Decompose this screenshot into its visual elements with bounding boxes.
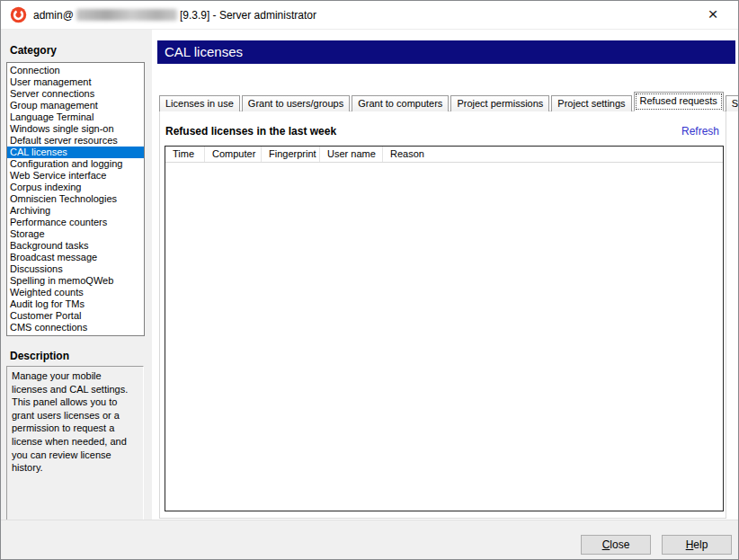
refused-licenses-table: TimeComputerFingerprintUser nameReason bbox=[165, 146, 724, 511]
close-button[interactable]: Close bbox=[581, 535, 651, 555]
category-item-cal-licenses[interactable]: CAL licenses bbox=[7, 147, 144, 158]
category-item-weighted-counts[interactable]: Weighted counts bbox=[7, 287, 144, 298]
category-item-default-server-resources[interactable]: Default server resources bbox=[7, 135, 144, 147]
tab-project-permissions[interactable]: Project permissions bbox=[450, 95, 549, 111]
description-label: Description bbox=[10, 350, 69, 362]
category-item-connection[interactable]: Connection bbox=[7, 65, 144, 76]
redacted-server-name bbox=[76, 9, 177, 21]
footer-bar: Close Help bbox=[1, 520, 738, 560]
tab-grant-to-users-groups[interactable]: Grant to users/groups bbox=[242, 95, 350, 111]
server-administrator-window: admin@ [9.3.9] - Server administrator × … bbox=[0, 0, 739, 560]
category-item-storage[interactable]: Storage bbox=[7, 228, 144, 240]
refused-requests-tab-page: Refused licenses in the last week Refres… bbox=[159, 111, 726, 519]
category-item-customer-portal[interactable]: Customer Portal bbox=[7, 310, 144, 322]
category-item-performance-counters[interactable]: Performance counters bbox=[7, 217, 144, 228]
category-listbox[interactable]: ConnectionUser managementServer connecti… bbox=[6, 62, 145, 336]
category-item-cms-connections[interactable]: CMS connections bbox=[7, 322, 144, 333]
tab-strip: Licenses in useGrant to users/groupsGran… bbox=[159, 92, 739, 111]
description-panel: Manage your mobile licenses and CAL sett… bbox=[6, 366, 144, 534]
table-header-row: TimeComputerFingerprintUser nameReason bbox=[165, 147, 723, 163]
tab-grant-to-computers[interactable]: Grant to computers bbox=[352, 95, 449, 111]
help-button[interactable]: Help bbox=[662, 535, 732, 555]
column-header-time[interactable]: Time bbox=[165, 147, 205, 162]
category-item-server-connections[interactable]: Server connections bbox=[7, 88, 144, 100]
tab-settings[interactable]: Settings bbox=[726, 95, 739, 111]
tab-refused-requests[interactable]: Refused requests bbox=[634, 92, 724, 111]
close-window-button[interactable]: × bbox=[697, 1, 729, 29]
page-title: CAL licenses bbox=[157, 40, 735, 64]
category-item-background-tasks[interactable]: Background tasks bbox=[7, 240, 144, 252]
category-item-discussions[interactable]: Discussions bbox=[7, 263, 144, 275]
window-title-prefix: admin@ bbox=[33, 9, 74, 22]
window-title: admin@ [9.3.9] - Server administrator bbox=[33, 9, 316, 22]
section-heading: Refused licenses in the last week bbox=[165, 125, 336, 138]
refresh-link[interactable]: Refresh bbox=[681, 125, 719, 138]
column-header-fingerprint[interactable]: Fingerprint bbox=[262, 147, 320, 162]
column-header-reason[interactable]: Reason bbox=[383, 147, 723, 162]
tab-licenses-in-use[interactable]: Licenses in use bbox=[159, 95, 240, 111]
category-item-broadcast-message[interactable]: Broadcast message bbox=[7, 252, 144, 263]
category-item-archiving[interactable]: Archiving bbox=[7, 205, 144, 217]
category-item-spelling-in-memoqweb[interactable]: Spelling in memoQWeb bbox=[7, 275, 144, 287]
title-bar: admin@ [9.3.9] - Server administrator × bbox=[1, 1, 738, 30]
category-item-audit-log-for-tms[interactable]: Audit log for TMs bbox=[7, 298, 144, 310]
category-label: Category bbox=[10, 44, 57, 57]
category-item-group-management[interactable]: Group management bbox=[7, 100, 144, 111]
column-header-user-name[interactable]: User name bbox=[320, 147, 383, 162]
category-item-corpus-indexing[interactable]: Corpus indexing bbox=[7, 182, 144, 193]
category-item-user-management[interactable]: User management bbox=[7, 76, 144, 88]
category-item-windows-single-sign-on[interactable]: Windows single sign-on bbox=[7, 123, 144, 135]
window-title-suffix: [9.3.9] - Server administrator bbox=[180, 9, 316, 22]
column-header-computer[interactable]: Computer bbox=[205, 147, 262, 162]
memoq-logo-icon bbox=[10, 6, 27, 23]
category-item-omniscien-technologies[interactable]: Omniscien Technologies bbox=[7, 193, 144, 205]
category-item-language-terminal[interactable]: Language Terminal bbox=[7, 111, 144, 123]
tab-project-settings[interactable]: Project settings bbox=[551, 95, 631, 111]
table-body[interactable] bbox=[165, 163, 723, 511]
category-item-configuration-and-logging[interactable]: Configuration and logging bbox=[7, 158, 144, 170]
category-item-web-service-interface[interactable]: Web Service interface bbox=[7, 170, 144, 182]
